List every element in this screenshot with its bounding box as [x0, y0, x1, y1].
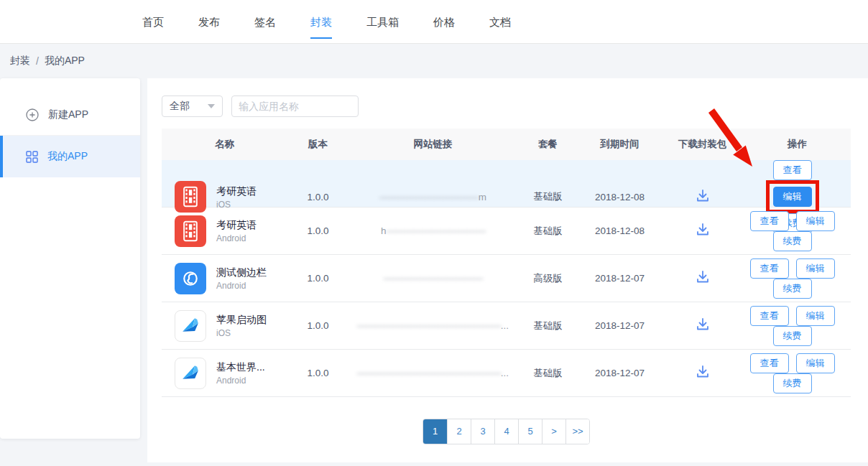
- table-header-row: 名称 版本 网站链接 套餐 到期时间 下载封装包 操作: [162, 129, 851, 160]
- nav-item-sign[interactable]: 签名: [254, 0, 276, 44]
- actions-cell: 查看编辑续费: [744, 306, 851, 346]
- view-button[interactable]: 查看: [750, 306, 789, 326]
- app-platform: Android: [216, 376, 265, 386]
- apps-table: 名称 版本 网站链接 套餐 到期时间 下载封装包 操作: [162, 129, 851, 397]
- download-icon[interactable]: [695, 188, 711, 204]
- nav-item-package-active[interactable]: 封装: [310, 0, 332, 44]
- sidebar-item-label: 我的APP: [47, 150, 88, 163]
- sidebar: 新建APP 我的APP: [0, 78, 140, 439]
- download-icon[interactable]: [695, 269, 711, 285]
- app-link-blurred: ———————————: [348, 273, 517, 284]
- app-expiry-date: 2018-12-07: [578, 368, 661, 378]
- download-cell: [661, 317, 744, 335]
- app-platform: iOS: [216, 200, 257, 210]
- sidebar-item-my-app[interactable]: 我的APP: [0, 136, 140, 177]
- app-expiry-date: 2018-12-08: [578, 192, 661, 202]
- chevron-down-icon: [208, 104, 215, 108]
- app-package: 高级版: [517, 272, 578, 285]
- col-header-actions: 操作: [744, 138, 851, 151]
- app-expiry-date: 2018-12-07: [578, 273, 661, 284]
- renew-button[interactable]: 续费: [773, 231, 812, 251]
- page-4[interactable]: 4: [494, 419, 518, 444]
- nav-item-price[interactable]: 价格: [433, 0, 455, 44]
- download-icon[interactable]: [695, 222, 711, 238]
- renew-button[interactable]: 续费: [773, 326, 812, 346]
- app-title-block: 苹果启动图 iOS: [216, 313, 267, 338]
- col-header-download: 下载封装包: [661, 138, 744, 151]
- filter-select[interactable]: 全部: [162, 95, 223, 117]
- app-version: 1.0.0: [287, 192, 348, 202]
- col-header-expiry: 到期时间: [578, 138, 661, 151]
- actions-cell: 查看编辑续费: [744, 353, 851, 393]
- app-package: 基础版: [517, 320, 578, 332]
- page-5[interactable]: 5: [518, 419, 542, 444]
- table-row: 基本世界... Android 1.0.0 ————————————————..…: [162, 350, 851, 397]
- renew-button[interactable]: 续费: [773, 279, 812, 299]
- app-title-block: 基本世界... Android: [216, 360, 265, 386]
- sidebar-item-new-app[interactable]: 新建APP: [0, 94, 140, 136]
- red-highlight-box: 编辑: [766, 180, 819, 213]
- toolbar: 全部: [162, 95, 851, 117]
- app-expiry-date: 2018-12-07: [578, 320, 661, 331]
- app-name-cell: 基本世界... Android: [162, 358, 287, 389]
- view-button[interactable]: 查看: [773, 160, 812, 180]
- app-version: 1.0.0: [287, 273, 348, 284]
- app-version: 1.0.0: [287, 225, 348, 236]
- page-3[interactable]: 3: [471, 419, 494, 444]
- renew-button[interactable]: 续费: [773, 373, 812, 393]
- page-2[interactable]: 2: [447, 419, 471, 444]
- nav-item-home[interactable]: 首页: [142, 0, 164, 44]
- bird-logo-app-icon: [175, 310, 206, 342]
- app-name-cell: 考研英语 Android: [162, 215, 287, 247]
- pagination: 1 2 3 4 5 > >>: [423, 419, 590, 444]
- app-link-blurred: ————————————————...: [348, 368, 517, 378]
- download-icon[interactable]: [695, 317, 711, 332]
- app-package: 基础版: [517, 190, 578, 203]
- app-expiry-date: 2018-12-08: [578, 225, 661, 236]
- breadcrumb-current: 我的APP: [45, 55, 85, 67]
- app-name: 苹果启动图: [216, 313, 267, 326]
- app-package: 基础版: [517, 367, 578, 380]
- app-name: 测试侧边栏: [216, 266, 267, 279]
- col-header-link: 网站链接: [348, 138, 517, 151]
- search-input[interactable]: [239, 101, 369, 112]
- view-button[interactable]: 查看: [750, 353, 789, 373]
- top-navbar: 首页 发布 签名 封装 工具箱 价格 文档: [0, 0, 868, 44]
- pagination-wrap: 1 2 3 4 5 > >>: [162, 419, 851, 444]
- col-header-package: 套餐: [517, 138, 578, 151]
- edit-button[interactable]: 编辑: [796, 258, 835, 279]
- actions-cell: 查看编辑续费: [744, 258, 851, 299]
- app-name-cell: 考研英语 iOS: [162, 181, 287, 213]
- nav-item-docs[interactable]: 文档: [489, 0, 511, 44]
- edit-button[interactable]: 编辑: [796, 353, 835, 373]
- app-title-block: 考研英语 iOS: [216, 185, 257, 210]
- edit-button-highlighted[interactable]: 编辑: [773, 187, 812, 207]
- search-box: [231, 95, 359, 117]
- app-title-block: 考研英语 Android: [216, 218, 257, 243]
- download-cell: [661, 222, 744, 240]
- app-platform: Android: [216, 233, 257, 243]
- grid-icon: [26, 151, 38, 163]
- app-link-blurred: ———————————m: [348, 192, 517, 202]
- next-page-button[interactable]: >: [542, 419, 565, 444]
- nav-item-publish[interactable]: 发布: [198, 0, 220, 44]
- table-row: 考研英语 Android 1.0.0 h——————————— 基础版 2018…: [162, 208, 851, 255]
- app-name: 考研英语: [216, 185, 257, 197]
- view-button[interactable]: 查看: [750, 211, 789, 231]
- app-title-block: 测试侧边栏 Android: [216, 266, 267, 291]
- content-layout: 新建APP 我的APP 全部: [0, 78, 868, 462]
- film-app-icon: [175, 181, 206, 213]
- download-cell: [661, 364, 744, 382]
- app-name: 考研英语: [216, 218, 257, 231]
- page-1-active[interactable]: 1: [423, 419, 447, 444]
- edit-button[interactable]: 编辑: [796, 211, 835, 231]
- download-icon[interactable]: [695, 364, 711, 380]
- nav-item-toolbox[interactable]: 工具箱: [366, 0, 399, 44]
- last-page-button[interactable]: >>: [565, 419, 589, 444]
- app-version: 1.0.0: [287, 320, 348, 331]
- view-button[interactable]: 查看: [750, 258, 789, 279]
- table-row: 测试侧边栏 Android 1.0.0 ——————————— 高级版 2018…: [162, 255, 851, 302]
- actions-cell: 查看编辑续费: [744, 211, 851, 251]
- edit-button[interactable]: 编辑: [796, 306, 835, 326]
- breadcrumb-section[interactable]: 封装: [10, 55, 30, 67]
